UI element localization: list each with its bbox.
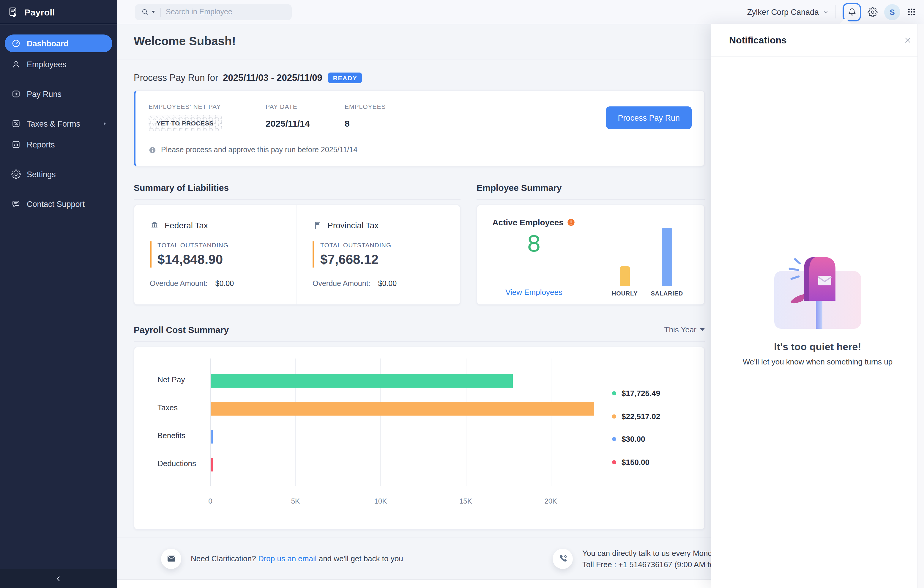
- sidebar-item-settings[interactable]: Settings: [5, 165, 112, 183]
- process-payrun-button[interactable]: Process Pay Run: [606, 106, 692, 129]
- app-logo: Payroll: [0, 0, 117, 24]
- sidebar-nav: DashboardEmployeesPay RunsTaxes & FormsR…: [0, 35, 117, 213]
- notifications-panel: Notifications: [711, 24, 924, 588]
- empty-state-subtitle: We'll let you know when something turns …: [711, 357, 924, 366]
- empty-state-title: It's too quiet here!: [711, 341, 924, 353]
- payroll-cost-chart: 05K10K15K20KNet Pay$17,725.49Taxes$22,51…: [134, 347, 705, 530]
- payrun-field-pay-date: PAY DATE2025/11/14: [266, 103, 345, 131]
- sidebar-item-label: Dashboard: [27, 39, 69, 48]
- payrun-note-row: Please process and approve this pay run …: [148, 146, 357, 154]
- active-employees-label: Active Employees: [492, 218, 564, 227]
- payrun-note: Please process and approve this pay run …: [161, 146, 357, 154]
- employee-summary-column: Employee Summary Active Employees 8 View…: [477, 183, 705, 305]
- overdue-label: Overdue Amount:: [313, 279, 371, 288]
- settings-button[interactable]: [868, 7, 878, 17]
- payrun-field-label: EMPLOYEES: [345, 103, 386, 110]
- sidebar-item-reports[interactable]: Reports: [5, 135, 112, 154]
- cost-summary-title: Payroll Cost Summary: [134, 325, 229, 335]
- email-text-suffix: and we'll get back to you: [317, 554, 403, 563]
- warning-icon[interactable]: [567, 218, 576, 226]
- page-title: Welcome Subash!: [134, 35, 236, 48]
- topbar: Payroll Zylker Corp Canada S: [0, 0, 924, 25]
- avatar-initial: S: [889, 7, 894, 17]
- sidebar-item-label: Contact Support: [27, 200, 85, 208]
- search-input[interactable]: [166, 8, 267, 16]
- app-root: Payroll Zylker Corp Canada S: [0, 0, 924, 588]
- overdue-row: Overdue Amount:$0.00: [313, 279, 446, 288]
- sidebar-collapse-button[interactable]: [0, 569, 117, 588]
- chevron-down-icon: [822, 8, 829, 15]
- global-search[interactable]: [135, 4, 292, 20]
- org-selector[interactable]: Zylker Corp Canada: [747, 7, 829, 17]
- phone-icon-circle: [553, 548, 573, 569]
- liability-metric: TOTAL OUTSTANDING$14,848.90: [150, 241, 282, 268]
- chart-bar-benefits: [211, 429, 213, 443]
- liability-metric: TOTAL OUTSTANDING$7,668.12: [313, 241, 446, 268]
- avatar[interactable]: S: [884, 4, 900, 20]
- active-employees-block: Active Employees 8 View Employees: [477, 205, 591, 304]
- sidebar-item-taxes-forms[interactable]: Taxes & Forms: [5, 115, 112, 132]
- legend-dot: [612, 391, 616, 395]
- drop-email-link[interactable]: Drop us an email: [258, 554, 317, 563]
- sidebar-item-label: Pay Runs: [27, 89, 61, 98]
- notifications-title: Notifications: [729, 35, 787, 46]
- sidebar-item-contact-support[interactable]: Contact Support: [5, 195, 112, 213]
- payrun-field-value: 8: [345, 118, 386, 129]
- search-scope-caret-icon[interactable]: [152, 11, 155, 13]
- apps-grid-icon: [907, 7, 916, 17]
- payrun-field-label: EMPLOYEES' NET PAY: [148, 103, 266, 110]
- search-icon[interactable]: [141, 8, 149, 16]
- settings-icon: [11, 169, 21, 179]
- sidebar: DashboardEmployeesPay RunsTaxes & FormsR…: [0, 24, 117, 588]
- active-employees-count: 8: [527, 230, 541, 257]
- sidebar-item-label: Settings: [27, 170, 56, 178]
- scrollbar-track[interactable]: [917, 24, 924, 588]
- x-tick-label: 20K: [544, 497, 557, 505]
- phone-text-line1: You can directly talk to us every Monday…: [582, 547, 731, 558]
- summary-section: Summary of Liabilities Federal TaxTOTAL …: [134, 183, 705, 305]
- sidebar-item-employees[interactable]: Employees: [5, 55, 112, 73]
- email-text-prefix: Need Clarification?: [191, 554, 258, 563]
- liabilities-title: Summary of Liabilities: [134, 183, 460, 200]
- view-employees-link[interactable]: View Employees: [505, 288, 563, 297]
- payrun-title: Process Pay Run for: [134, 73, 218, 83]
- close-notifications-button[interactable]: [901, 33, 914, 47]
- sidebar-item-dashboard[interactable]: Dashboard: [5, 35, 112, 52]
- period-dropdown[interactable]: This Year: [664, 325, 705, 334]
- notifications-header: Notifications: [711, 24, 924, 57]
- cost-summary-head: Payroll Cost Summary This Year: [134, 325, 705, 342]
- mini-bar-hourly: HOURLY: [612, 266, 638, 297]
- legend-dot: [612, 437, 616, 441]
- liabilities-card: Federal TaxTOTAL OUTSTANDING$14,848.90Ov…: [134, 205, 460, 305]
- liabilities-column: Summary of Liabilities Federal TaxTOTAL …: [134, 183, 460, 305]
- contact-support-icon: [11, 199, 21, 209]
- cost-summary-section: Payroll Cost Summary This Year 05K10K15K…: [134, 325, 705, 530]
- liability-title-row: Federal Tax: [150, 221, 282, 230]
- liability-name: Federal Tax: [165, 221, 208, 230]
- payrun-field-employees-net-pay: EMPLOYEES' NET PAYYET TO PROCESS: [148, 103, 266, 131]
- payroll-logo-icon: [8, 6, 19, 18]
- notifications-empty-state: It's too quiet here! We'll let you know …: [711, 253, 924, 366]
- x-tick-label: 10K: [375, 497, 387, 505]
- chart-gridline: [551, 358, 551, 486]
- chart-bar: [620, 266, 630, 286]
- topbar-divider: [835, 5, 836, 18]
- chevron-left-icon: [54, 575, 63, 582]
- metric-amount: $14,848.90: [157, 252, 282, 268]
- liability-card-provincial-tax: Provincial TaxTOTAL OUTSTANDING$7,668.12…: [297, 205, 460, 304]
- phone-support-text: You can directly talk to us every Monday…: [582, 547, 731, 570]
- sidebar-item-pay-runs[interactable]: Pay Runs: [5, 85, 112, 103]
- phone-support-item: You can directly talk to us every Monday…: [553, 547, 731, 570]
- employee-type-chart: HOURLYSALARIED: [591, 205, 704, 304]
- apps-grid-button[interactable]: [907, 7, 916, 17]
- chart-category-label: Deductions: [157, 459, 196, 468]
- chart-category-label: Net Pay: [157, 375, 185, 384]
- payrun-status-badge: READY: [328, 73, 362, 83]
- info-icon: [148, 146, 156, 154]
- x-tick-label: 0: [208, 497, 212, 505]
- bank-icon: [150, 221, 159, 230]
- payrun-card: EMPLOYEES' NET PAYYET TO PROCESSPAY DATE…: [134, 90, 705, 167]
- topbar-right: Zylker Corp Canada S: [747, 3, 924, 21]
- overdue-value: $0.00: [215, 279, 234, 288]
- legend-dot: [612, 460, 616, 464]
